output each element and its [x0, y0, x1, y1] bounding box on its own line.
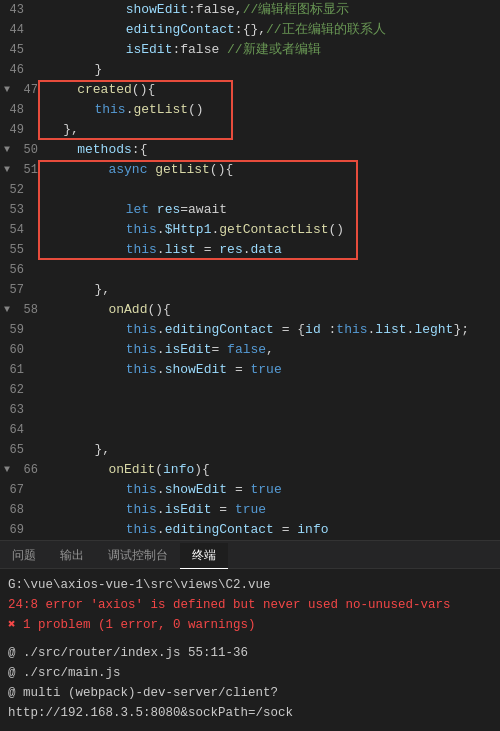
- line-content-47: created(){: [46, 80, 500, 100]
- terminal-link-2: @ ./src/main.js: [8, 663, 492, 683]
- line-num-65: 65: [0, 440, 32, 460]
- code-line-52: 52: [0, 180, 500, 200]
- line-content-59: this.editingContact = {id :this.list.leg…: [32, 320, 500, 340]
- line-content-44: editingContact:{},//正在编辑的联系人: [32, 20, 500, 40]
- line-content-48: this.getList(): [32, 100, 500, 120]
- line-num-49: 49: [0, 120, 32, 140]
- collapse-arrow-51[interactable]: ▼: [0, 160, 14, 180]
- line-num-53: 53: [0, 200, 32, 220]
- code-line-57: 57 },: [0, 280, 500, 300]
- line-num-67: 67: [0, 480, 32, 500]
- code-line-50: ▼ 50 methods:{: [0, 140, 500, 160]
- line-content-52: [32, 180, 500, 200]
- code-line-58: ▼ 58 onAdd(){: [0, 300, 500, 320]
- code-line-68: 68 this.isEdit = true: [0, 500, 500, 520]
- code-line-62: 62: [0, 380, 500, 400]
- line-content-62: [32, 380, 500, 400]
- code-line-56: 56: [0, 260, 500, 280]
- terminal-link-3: @ multi (webpack)-dev-server/client?http…: [8, 683, 492, 723]
- line-content-67: this.showEdit = true: [32, 480, 500, 500]
- code-line-67: 67 this.showEdit = true: [0, 480, 500, 500]
- line-num-48: 48: [0, 100, 32, 120]
- line-content-64: [32, 420, 500, 440]
- bottom-panel: 问题 输出 调试控制台 终端 G:\vue\axios-vue-1\src\vi…: [0, 540, 500, 731]
- panel-tab-bar: 问题 输出 调试控制台 终端: [0, 541, 500, 569]
- line-num-51: 51: [14, 160, 46, 180]
- line-num-55: 55: [0, 240, 32, 260]
- code-line-47: ▼ 47 created(){: [0, 80, 500, 100]
- line-num-54: 54: [0, 220, 32, 240]
- code-line-49: 49 },: [0, 120, 500, 140]
- collapse-arrow-47[interactable]: ▼: [0, 80, 14, 100]
- line-content-46: }: [32, 60, 500, 80]
- line-num-47: 47: [14, 80, 46, 100]
- line-num-57: 57: [0, 280, 32, 300]
- code-editor: 43 showEdit:false,//编辑框图标显示 44 editingCo…: [0, 0, 500, 540]
- line-num-52: 52: [0, 180, 32, 200]
- app-container: 43 showEdit:false,//编辑框图标显示 44 editingCo…: [0, 0, 500, 731]
- line-num-66: 66: [14, 460, 46, 480]
- line-num-59: 59: [0, 320, 32, 340]
- tab-problems[interactable]: 问题: [0, 543, 48, 569]
- code-line-54: 54 this.$Http1.getContactList(): [0, 220, 500, 240]
- tab-output[interactable]: 输出: [48, 543, 96, 569]
- collapse-arrow-50[interactable]: ▼: [0, 140, 14, 160]
- collapse-arrow-58[interactable]: ▼: [0, 300, 14, 320]
- code-line-55: 55 this.list = res.data: [0, 240, 500, 260]
- terminal-path: G:\vue\axios-vue-1\src\views\C2.vue: [8, 575, 492, 595]
- tab-debug-console[interactable]: 调试控制台: [96, 543, 180, 569]
- code-line-51: ▼ 51 async getList(){: [0, 160, 500, 180]
- line-content-61: this.showEdit = true: [32, 360, 500, 380]
- line-num-64: 64: [0, 420, 32, 440]
- line-num-44: 44: [0, 20, 32, 40]
- code-line-65: 65 },: [0, 440, 500, 460]
- line-num-68: 68: [0, 500, 32, 520]
- line-num-46: 46: [0, 60, 32, 80]
- line-content-60: this.isEdit= false,: [32, 340, 500, 360]
- line-content-45: isEdit:false //新建或者编辑: [32, 40, 500, 60]
- line-content-68: this.isEdit = true: [32, 500, 500, 520]
- line-num-45: 45: [0, 40, 32, 60]
- line-num-63: 63: [0, 400, 32, 420]
- code-line-46: 46 }: [0, 60, 500, 80]
- line-num-56: 56: [0, 260, 32, 280]
- line-content-50: methods:{: [46, 140, 500, 160]
- line-num-69: 69: [0, 520, 32, 540]
- line-content-53: let res=await: [32, 200, 500, 220]
- line-content-43: showEdit:false,//编辑框图标显示: [32, 0, 500, 20]
- line-num-58: 58: [14, 300, 46, 320]
- code-line-69: 69 this.editingContact = info: [0, 520, 500, 540]
- line-content-58: onAdd(){: [46, 300, 500, 320]
- line-num-62: 62: [0, 380, 32, 400]
- line-content-54: this.$Http1.getContactList(): [32, 220, 500, 240]
- line-content-66: onEdit(info){: [46, 460, 500, 480]
- line-num-61: 61: [0, 360, 32, 380]
- terminal-content: G:\vue\axios-vue-1\src\views\C2.vue 24:8…: [0, 569, 500, 729]
- code-line-53: 53 let res=await: [0, 200, 500, 220]
- line-content-56: [32, 260, 500, 280]
- code-line-44: 44 editingContact:{},//正在编辑的联系人: [0, 20, 500, 40]
- line-num-43: 43: [0, 0, 32, 20]
- code-line-60: 60 this.isEdit= false,: [0, 340, 500, 360]
- line-content-69: this.editingContact = info: [32, 520, 500, 540]
- code-line-66: ▼ 66 onEdit(info){: [0, 460, 500, 480]
- code-line-63: 63: [0, 400, 500, 420]
- line-content-55: this.list = res.data: [32, 240, 500, 260]
- code-line-59: 59 this.editingContact = {id :this.list.…: [0, 320, 500, 340]
- terminal-link-1: @ ./src/router/index.js 55:11-36: [8, 643, 492, 663]
- code-line-43: 43 showEdit:false,//编辑框图标显示: [0, 0, 500, 20]
- collapse-arrow-66[interactable]: ▼: [0, 460, 14, 480]
- line-content-51: async getList(){: [46, 160, 500, 180]
- code-line-61: 61 this.showEdit = true: [0, 360, 500, 380]
- code-line-64: 64: [0, 420, 500, 440]
- line-content-49: },: [32, 120, 500, 140]
- line-num-50: 50: [14, 140, 46, 160]
- line-num-60: 60: [0, 340, 32, 360]
- line-content-63: [32, 400, 500, 420]
- line-content-57: },: [32, 280, 500, 300]
- terminal-error-count: ✖ 1 problem (1 error, 0 warnings): [8, 615, 492, 635]
- code-line-48: 48 this.getList(): [0, 100, 500, 120]
- terminal-error-detail: 24:8 error 'axios' is defined but never …: [8, 595, 492, 615]
- tab-terminal[interactable]: 终端: [180, 543, 228, 569]
- code-line-45: 45 isEdit:false //新建或者编辑: [0, 40, 500, 60]
